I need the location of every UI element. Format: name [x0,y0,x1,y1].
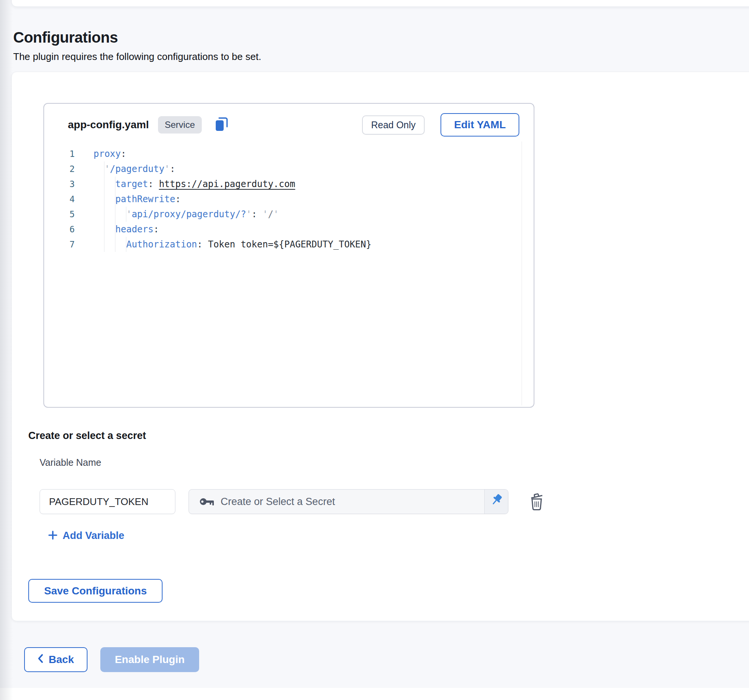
indent-guide [104,177,104,192]
editor-header: app-config.yaml Service Read Only Edit Y… [44,104,534,146]
editor-scrollbar[interactable] [522,141,522,405]
bottom-band [0,688,749,700]
previous-card-edge [11,0,749,7]
line-number: 4 [44,192,75,207]
code-line: 2 '/pagerduty': [44,161,521,177]
indent-guide [126,237,126,252]
line-number: 1 [44,146,75,161]
line-number: 6 [44,222,75,237]
add-variable-label: Add Variable [63,530,124,542]
add-variable-button[interactable]: Add Variable [48,527,124,544]
pushpin-icon [488,493,504,510]
line-number: 5 [44,207,75,222]
read-only-badge: Read Only [362,115,425,135]
plus-icon [48,531,57,541]
variable-name-label: Variable Name [40,457,101,468]
secret-select[interactable]: Create or Select a Secret [189,489,508,514]
indent-guide [104,222,104,237]
yaml-editor-card: app-config.yaml Service Read Only Edit Y… [43,103,534,408]
trash-icon [529,493,545,512]
copy-button[interactable] [213,116,230,134]
service-badge: Service [158,116,202,134]
indent-guide [115,207,115,222]
page-subtitle: The plugin requires the following config… [13,51,261,63]
back-button-label: Back [49,654,74,666]
code-line: 4 pathRewrite: [44,192,521,207]
copy-icon [214,116,229,134]
enable-plugin-button[interactable]: Enable Plugin [100,647,199,672]
indent-guide [104,192,104,207]
line-number: 7 [44,237,75,252]
line-number: 2 [44,161,75,177]
config-filename: app-config.yaml [68,119,149,131]
save-configurations-button[interactable]: Save Configurations [28,579,163,603]
back-button[interactable]: Back [24,647,87,672]
left-edge-shadow [0,0,13,700]
indent-guide [104,161,104,177]
edit-yaml-button[interactable]: Edit YAML [440,113,519,137]
code-line: 6 headers: [44,222,521,237]
pin-secret-button[interactable] [484,490,508,514]
code-line: 7 Authorization: Token token=${PAGERDUTY… [44,237,521,252]
indent-guide [104,207,104,222]
line-number: 3 [44,177,75,192]
delete-variable-button[interactable] [527,491,546,513]
indent-guide [104,237,104,252]
secret-section-heading: Create or select a secret [28,430,146,442]
secret-select-placeholder: Create or Select a Secret [221,496,484,508]
code-line: 5 'api/proxy/pagerduty/?': '/' [44,207,521,222]
chevron-left-icon [38,654,43,666]
indent-guide [115,237,115,252]
code-line: 3 target: https://api.pagerduty.com [44,177,521,192]
code-line: 1proxy: [44,146,521,161]
key-icon [200,497,215,507]
indent-guide [115,177,115,192]
code-lines: 1proxy:2 '/pagerduty':3 target: https://… [44,146,521,252]
indent-guide [126,207,126,222]
variable-name-input[interactable] [40,489,175,514]
page-title: Configurations [13,29,118,46]
indent-guide [115,192,115,207]
indent-guide [115,222,115,237]
